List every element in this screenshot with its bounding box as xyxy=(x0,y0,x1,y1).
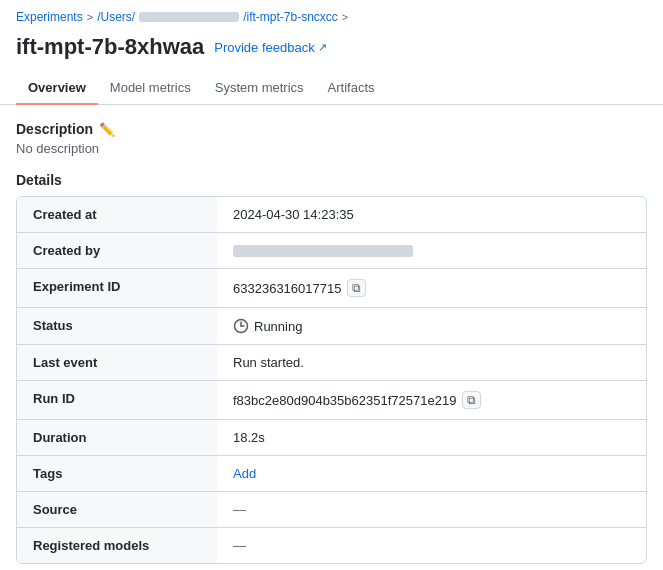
table-row: Experiment ID 633236316017715 ⧉ xyxy=(17,269,646,308)
detail-label-created-by: Created by xyxy=(17,233,217,268)
detail-value-last-event: Run started. xyxy=(217,345,646,380)
detail-value-source: — xyxy=(217,492,646,527)
detail-value-run-id: f83bc2e80d904b35b62351f72571e219 ⧉ xyxy=(217,381,646,419)
clock-icon xyxy=(233,318,249,334)
table-row: Tags Add xyxy=(17,456,646,492)
breadcrumb-users[interactable]: /Users/ xyxy=(97,10,135,24)
copy-experiment-id-icon[interactable]: ⧉ xyxy=(347,279,366,297)
detail-label-run-id: Run ID xyxy=(17,381,217,419)
table-row: Created by xyxy=(17,233,646,269)
table-row: Run ID f83bc2e80d904b35b62351f72571e219 … xyxy=(17,381,646,420)
page-title: ift-mpt-7b-8xhwaa xyxy=(16,34,204,60)
copy-run-id-icon[interactable]: ⧉ xyxy=(462,391,481,409)
run-id-text: f83bc2e80d904b35b62351f72571e219 xyxy=(233,393,456,408)
details-section-title: Details xyxy=(16,172,647,188)
detail-label-created-at: Created at xyxy=(17,197,217,232)
detail-label-source: Source xyxy=(17,492,217,527)
table-row: Created at 2024-04-30 14:23:35 xyxy=(17,197,646,233)
description-section-title: Description ✏️ xyxy=(16,121,647,137)
detail-value-created-at: 2024-04-30 14:23:35 xyxy=(217,197,646,232)
detail-value-created-by xyxy=(217,233,646,268)
table-row: Duration 18.2s xyxy=(17,420,646,456)
main-content: Description ✏️ No description Details Cr… xyxy=(0,105,663,570)
table-row: Last event Run started. xyxy=(17,345,646,381)
breadcrumb-sep-1: > xyxy=(87,11,93,23)
detail-label-experiment-id: Experiment ID xyxy=(17,269,217,307)
detail-label-status: Status xyxy=(17,308,217,344)
breadcrumb-run[interactable]: /ift-mpt-7b-sncxcc xyxy=(243,10,338,24)
table-row: Registered models — xyxy=(17,528,646,563)
breadcrumb-sep-2: > xyxy=(342,11,348,23)
detail-value-status: Running xyxy=(217,308,646,344)
breadcrumb-blur xyxy=(139,12,239,22)
add-tags-link[interactable]: Add xyxy=(233,466,256,481)
tab-overview[interactable]: Overview xyxy=(16,72,98,105)
status-badge: Running xyxy=(233,318,302,334)
detail-value-registered-models: — xyxy=(217,528,646,563)
details-table: Created at 2024-04-30 14:23:35 Created b… xyxy=(16,196,647,564)
detail-value-tags: Add xyxy=(217,456,646,491)
tab-system-metrics[interactable]: System metrics xyxy=(203,72,316,105)
status-text: Running xyxy=(254,319,302,334)
feedback-label: Provide feedback xyxy=(214,40,314,55)
feedback-link[interactable]: Provide feedback ↗ xyxy=(214,40,326,55)
table-row: Status Running xyxy=(17,308,646,345)
table-row: Source — xyxy=(17,492,646,528)
breadcrumb-experiments[interactable]: Experiments xyxy=(16,10,83,24)
detail-label-tags: Tags xyxy=(17,456,217,491)
tab-bar: Overview Model metrics System metrics Ar… xyxy=(0,72,663,105)
experiment-id-text: 633236316017715 xyxy=(233,281,341,296)
detail-label-duration: Duration xyxy=(17,420,217,455)
description-value: No description xyxy=(16,141,647,156)
detail-label-last-event: Last event xyxy=(17,345,217,380)
detail-label-registered-models: Registered models xyxy=(17,528,217,563)
tab-model-metrics[interactable]: Model metrics xyxy=(98,72,203,105)
user-blur xyxy=(233,245,413,257)
tab-artifacts[interactable]: Artifacts xyxy=(316,72,387,105)
description-label: Description xyxy=(16,121,93,137)
external-link-icon: ↗ xyxy=(318,41,327,54)
detail-value-duration: 18.2s xyxy=(217,420,646,455)
detail-value-experiment-id: 633236316017715 ⧉ xyxy=(217,269,646,307)
page-header: ift-mpt-7b-8xhwaa Provide feedback ↗ xyxy=(0,28,663,72)
edit-description-icon[interactable]: ✏️ xyxy=(99,122,115,137)
breadcrumb: Experiments > /Users/ /ift-mpt-7b-sncxcc… xyxy=(0,0,663,28)
